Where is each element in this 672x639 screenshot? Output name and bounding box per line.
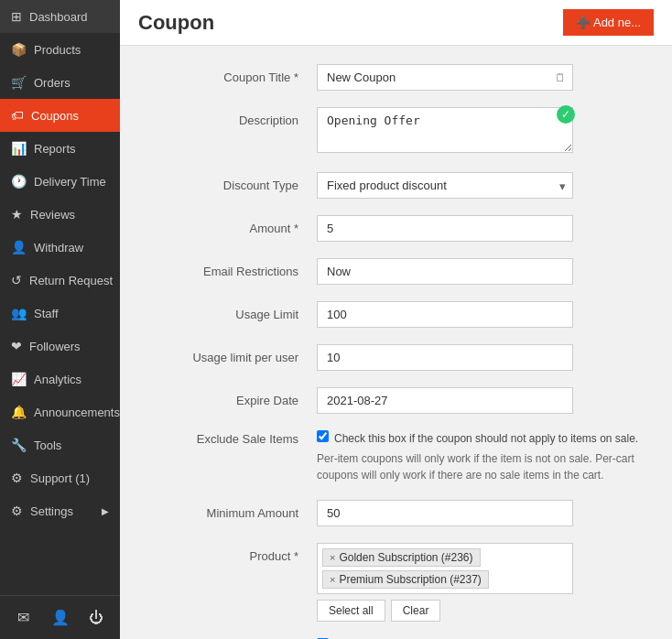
description-input[interactable]: Opening Offer (317, 107, 573, 153)
product-tag-premium-remove[interactable]: × (330, 574, 335, 585)
email-restrictions-label: Email Restrictions (147, 258, 317, 278)
minimum-amount-label: Minimum Amount (147, 500, 317, 520)
coupon-title-input[interactable] (317, 64, 573, 91)
amount-row: Amount * (147, 215, 645, 242)
product-tag-golden: × Golden Subscription (#236) (322, 548, 481, 567)
add-new-button[interactable]: ➕ Add ne... (563, 9, 654, 36)
sidebar-item-label: Announcements (34, 406, 120, 419)
sidebar-item-support[interactable]: ⚙ Support (1) (0, 461, 120, 494)
followers-icon: ❤ (11, 339, 22, 353)
exclude-sale-items-text: Check this box if the coupon should not … (334, 430, 638, 447)
email-restrictions-row: Email Restrictions (147, 258, 645, 285)
amount-control (317, 215, 573, 242)
withdraw-icon: 👤 (11, 240, 27, 255)
main-content: Coupon ➕ Add ne... Coupon Title * 🗒 Desc… (120, 0, 672, 639)
sidebar-item-label: Orders (34, 76, 70, 90)
usage-limit-per-user-input[interactable] (317, 344, 573, 371)
amount-label: Amount * (147, 215, 317, 235)
exclude-sale-items-checkbox[interactable] (317, 430, 329, 442)
products-icon: 📦 (11, 42, 27, 57)
sidebar-item-label: Withdraw (34, 241, 83, 255)
product-row: Product * × Golden Subscription (#236) ×… (147, 543, 645, 622)
exclude-sale-items-row: Exclude Sale Items Check this box if the… (147, 430, 645, 483)
description-wrapper: Opening Offer ✓ (317, 107, 573, 156)
sidebar-item-staff[interactable]: 👥 Staff (0, 297, 120, 330)
usage-limit-per-user-control (317, 344, 573, 371)
usage-limit-input[interactable] (317, 301, 573, 328)
sidebar-item-label: Dashboard (29, 10, 88, 24)
exclude-sale-items-content: Check this box if the coupon should not … (317, 430, 645, 483)
sidebar-item-settings[interactable]: ⚙ Settings ▶ (0, 494, 120, 527)
discount-type-select-wrapper: Fixed product discount Percentage discou… (317, 172, 573, 199)
sidebar-item-label: Products (34, 43, 81, 57)
dashboard-icon: ⊞ (11, 9, 22, 24)
sidebar-user-button[interactable]: 👤 (44, 603, 77, 632)
sidebar-item-tools[interactable]: 🔧 Tools (0, 428, 120, 461)
discount-type-select[interactable]: Fixed product discount Percentage discou… (317, 172, 573, 199)
sidebar-bottom-bar: ✉ 👤 ⏻ (0, 595, 120, 639)
announcements-icon: 🔔 (11, 405, 27, 419)
product-label: Product * (147, 543, 317, 563)
sidebar-item-delivery-time[interactable]: 🕐 Delivery Time (0, 165, 120, 198)
product-tag-premium: × Premium Subscription (#237) (322, 570, 489, 589)
sidebar-item-analytics[interactable]: 📈 Analytics (0, 363, 120, 395)
amount-input[interactable] (317, 215, 573, 242)
minimum-amount-input[interactable] (317, 500, 573, 526)
delivery-time-icon: 🕐 (11, 174, 27, 189)
exclude-sale-items-label: Exclude Sale Items (147, 430, 317, 446)
usage-limit-control (317, 301, 573, 328)
sidebar-item-dashboard[interactable]: ⊞ Dashboard (0, 0, 120, 33)
return-request-icon: ↺ (11, 273, 22, 287)
sidebar-item-followers[interactable]: ❤ Followers (0, 330, 120, 363)
email-restrictions-input[interactable] (317, 258, 573, 285)
sidebar-power-button[interactable]: ⏻ (80, 603, 113, 632)
settings-icon: ⚙ (11, 504, 23, 518)
coupon-title-row: Coupon Title * 🗒 (147, 64, 645, 91)
coupon-form: Coupon Title * 🗒 Description Opening Off… (120, 46, 672, 639)
sidebar-item-reviews[interactable]: ★ Reviews (0, 198, 120, 231)
email-restrictions-control (317, 258, 573, 285)
discount-type-row: Discount Type Fixed product discount Per… (147, 172, 645, 199)
coupon-title-icon: 🗒 (555, 71, 566, 84)
tools-icon: 🔧 (11, 438, 27, 452)
usage-limit-label: Usage Limit (147, 301, 317, 321)
sidebar-item-label: Settings (30, 504, 73, 518)
chevron-right-icon: ▶ (102, 506, 109, 516)
sidebar-item-label: Reports (34, 142, 76, 156)
staff-icon: 👥 (11, 306, 27, 320)
page-title: Coupon (138, 11, 214, 35)
sidebar-item-orders[interactable]: 🛒 Orders (0, 66, 120, 99)
usage-limit-per-user-label: Usage limit per user (147, 344, 317, 364)
sidebar-item-return-request[interactable]: ↺ Return Request (0, 264, 120, 297)
product-control: × Golden Subscription (#236) × Premium S… (317, 543, 573, 622)
discount-type-control: Fixed product discount Percentage discou… (317, 172, 573, 199)
description-control: Opening Offer ✓ (317, 107, 573, 156)
sidebar-item-label: Reviews (30, 208, 75, 222)
sidebar-item-reports[interactable]: 📊 Reports (0, 132, 120, 165)
product-tag-premium-label: Premium Subscription (#237) (339, 573, 481, 586)
select-all-button[interactable]: Select all (317, 600, 385, 622)
product-tag-buttons: Select all Clear (317, 600, 573, 622)
sidebar: ⊞ Dashboard 📦 Products 🛒 Orders 🏷 Coupon… (0, 0, 120, 639)
expire-date-row: Expire Date (147, 387, 645, 414)
sidebar-item-label: Staff (34, 307, 59, 320)
expire-date-input[interactable] (317, 387, 573, 414)
expire-date-label: Expire Date (147, 387, 317, 407)
sidebar-mail-button[interactable]: ✉ (7, 603, 40, 632)
sidebar-item-products[interactable]: 📦 Products (0, 33, 120, 66)
exclude-sale-items-inline: Check this box if the coupon should not … (317, 430, 645, 447)
sidebar-item-label: Return Request (29, 274, 113, 287)
sidebar-item-announcements[interactable]: 🔔 Announcements (0, 395, 120, 428)
expire-date-control (317, 387, 573, 414)
product-tag-golden-label: Golden Subscription (#236) (339, 551, 472, 564)
discount-type-label: Discount Type (147, 172, 317, 192)
product-tags-container[interactable]: × Golden Subscription (#236) × Premium S… (317, 543, 573, 594)
sidebar-item-withdraw[interactable]: 👤 Withdraw (0, 231, 120, 264)
product-tag-golden-remove[interactable]: × (330, 552, 335, 563)
clear-button[interactable]: Clear (391, 600, 441, 622)
minimum-amount-row: Minimum Amount (147, 500, 645, 526)
usage-limit-row: Usage Limit (147, 301, 645, 328)
analytics-icon: 📈 (11, 372, 27, 386)
sidebar-item-coupons[interactable]: 🏷 Coupons (0, 99, 120, 132)
sidebar-item-label: Coupons (31, 109, 79, 123)
